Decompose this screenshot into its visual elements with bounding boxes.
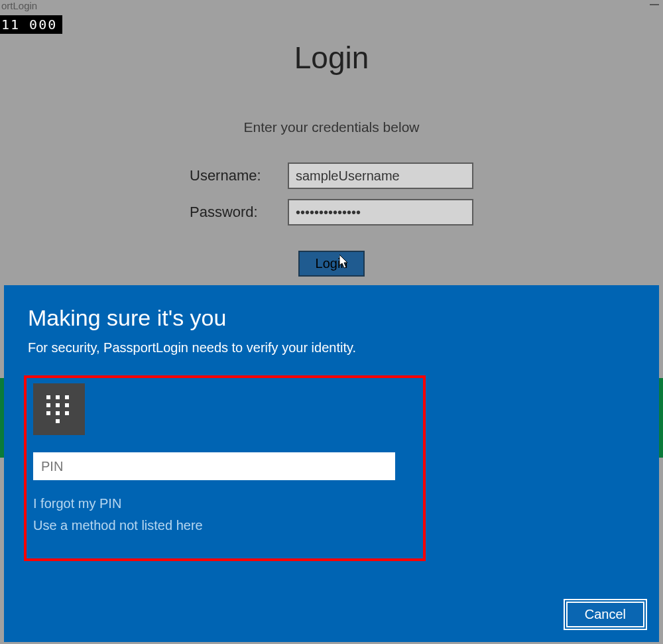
pin-input[interactable] [33,452,395,480]
minimize-icon[interactable] [650,4,659,5]
login-button-row: Login [0,251,663,277]
page-title: Login [0,40,663,76]
password-input[interactable] [288,199,473,225]
username-input[interactable] [288,162,473,189]
window-title: ortLogin [1,0,37,11]
username-row: Username: [0,162,663,189]
page-subtitle: Enter your credentials below [0,119,663,135]
verify-identity-modal: Making sure it's you For security, Passp… [4,285,659,642]
window-titlebar: ortLogin [0,0,663,15]
login-button[interactable]: Login [298,251,365,277]
username-label: Username: [190,167,276,184]
highlight-box: I forgot my PIN Use a method not listed … [24,375,426,561]
password-label: Password: [190,204,276,221]
keypad-icon [46,395,72,423]
cancel-button[interactable]: Cancel [566,602,644,627]
counter-overlay: 11 000 [0,15,62,34]
svg-marker-0 [339,255,347,268]
mouse-cursor-icon [339,255,350,269]
modal-subtitle: For security, PassportLogin needs to ver… [28,340,635,355]
alt-method-link[interactable]: Use a method not listed here [33,518,416,533]
modal-title: Making sure it's you [28,305,635,331]
forgot-pin-link[interactable]: I forgot my PIN [33,496,416,511]
pin-method-tile[interactable] [33,383,85,435]
password-row: Password: [0,199,663,225]
